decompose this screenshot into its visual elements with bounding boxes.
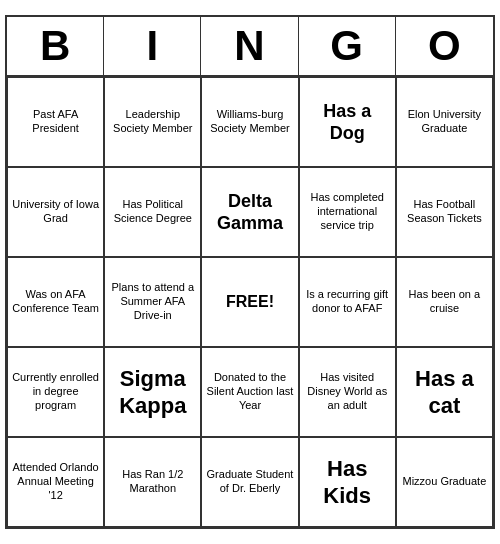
cell-text-1: Leadership Society Member bbox=[109, 108, 196, 136]
bingo-cell-7[interactable]: Delta Gamma bbox=[201, 167, 298, 257]
bingo-cell-0[interactable]: Past AFA President bbox=[7, 77, 104, 167]
bingo-cell-22[interactable]: Graduate Student of Dr. Eberly bbox=[201, 437, 298, 527]
cell-text-12: FREE! bbox=[226, 292, 274, 312]
bingo-cell-1[interactable]: Leadership Society Member bbox=[104, 77, 201, 167]
bingo-cell-11[interactable]: Plans to attend a Summer AFA Drive-in bbox=[104, 257, 201, 347]
bingo-cell-4[interactable]: Elon University Graduate bbox=[396, 77, 493, 167]
cell-text-7: Delta Gamma bbox=[206, 190, 293, 235]
cell-text-0: Past AFA President bbox=[12, 108, 99, 136]
cell-text-14: Has been on a cruise bbox=[401, 288, 488, 316]
cell-text-11: Plans to attend a Summer AFA Drive-in bbox=[109, 281, 196, 322]
bingo-cell-16[interactable]: Sigma Kappa bbox=[104, 347, 201, 437]
bingo-cell-21[interactable]: Has Ran 1/2 Marathon bbox=[104, 437, 201, 527]
bingo-cell-17[interactable]: Donated to the Silent Auction last Year bbox=[201, 347, 298, 437]
cell-text-20: Attended Orlando Annual Meeting '12 bbox=[12, 461, 99, 502]
cell-text-22: Graduate Student of Dr. Eberly bbox=[206, 468, 293, 496]
bingo-cell-8[interactable]: Has completed international service trip bbox=[299, 167, 396, 257]
cell-text-3: Has a Dog bbox=[304, 100, 391, 145]
bingo-cell-23[interactable]: Has Kids bbox=[299, 437, 396, 527]
bingo-card: BINGO Past AFA PresidentLeadership Socie… bbox=[5, 15, 495, 529]
bingo-cell-3[interactable]: Has a Dog bbox=[299, 77, 396, 167]
bingo-cell-12[interactable]: FREE! bbox=[201, 257, 298, 347]
bingo-grid: Past AFA PresidentLeadership Society Mem… bbox=[7, 77, 493, 527]
bingo-header: BINGO bbox=[7, 17, 493, 77]
bingo-cell-20[interactable]: Attended Orlando Annual Meeting '12 bbox=[7, 437, 104, 527]
cell-text-17: Donated to the Silent Auction last Year bbox=[206, 371, 293, 412]
bingo-cell-24[interactable]: Mizzou Graduate bbox=[396, 437, 493, 527]
bingo-cell-5[interactable]: University of Iowa Grad bbox=[7, 167, 104, 257]
cell-text-9: Has Football Season Tickets bbox=[401, 198, 488, 226]
cell-text-10: Was on AFA Conference Team bbox=[12, 288, 99, 316]
bingo-letter-n: N bbox=[201, 17, 298, 75]
bingo-cell-6[interactable]: Has Political Science Degree bbox=[104, 167, 201, 257]
cell-text-16: Sigma Kappa bbox=[109, 365, 196, 420]
bingo-cell-10[interactable]: Was on AFA Conference Team bbox=[7, 257, 104, 347]
cell-text-24: Mizzou Graduate bbox=[403, 475, 487, 489]
bingo-cell-2[interactable]: Williams-burg Society Member bbox=[201, 77, 298, 167]
cell-text-13: Is a recurring gift donor to AFAF bbox=[304, 288, 391, 316]
cell-text-15: Currently enrolled in degree program bbox=[12, 371, 99, 412]
bingo-letter-g: G bbox=[299, 17, 396, 75]
bingo-cell-15[interactable]: Currently enrolled in degree program bbox=[7, 347, 104, 437]
bingo-letter-i: I bbox=[104, 17, 201, 75]
bingo-cell-13[interactable]: Is a recurring gift donor to AFAF bbox=[299, 257, 396, 347]
cell-text-6: Has Political Science Degree bbox=[109, 198, 196, 226]
cell-text-18: Has visited Disney World as an adult bbox=[304, 371, 391, 412]
cell-text-5: University of Iowa Grad bbox=[12, 198, 99, 226]
cell-text-2: Williams-burg Society Member bbox=[206, 108, 293, 136]
bingo-cell-9[interactable]: Has Football Season Tickets bbox=[396, 167, 493, 257]
bingo-cell-14[interactable]: Has been on a cruise bbox=[396, 257, 493, 347]
cell-text-19: Has a cat bbox=[401, 365, 488, 420]
cell-text-8: Has completed international service trip bbox=[304, 191, 391, 232]
bingo-cell-18[interactable]: Has visited Disney World as an adult bbox=[299, 347, 396, 437]
bingo-letter-o: O bbox=[396, 17, 493, 75]
cell-text-4: Elon University Graduate bbox=[401, 108, 488, 136]
cell-text-23: Has Kids bbox=[304, 455, 391, 510]
cell-text-21: Has Ran 1/2 Marathon bbox=[109, 468, 196, 496]
bingo-cell-19[interactable]: Has a cat bbox=[396, 347, 493, 437]
bingo-letter-b: B bbox=[7, 17, 104, 75]
